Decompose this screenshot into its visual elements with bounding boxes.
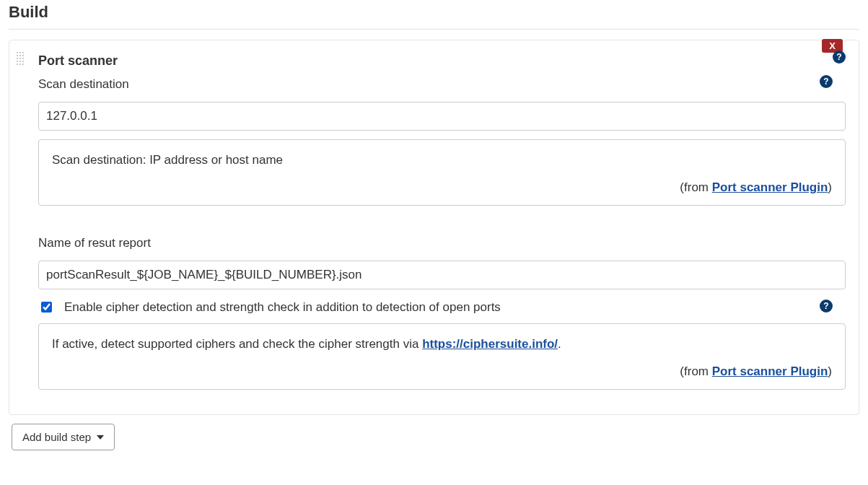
report-name-label: Name of resut report: [38, 236, 846, 250]
plugin-link[interactable]: Port scanner Plugin: [712, 180, 828, 194]
help-icon[interactable]: ?: [833, 51, 846, 64]
scan-destination-help: Scan destination: IP address or host nam…: [38, 139, 846, 206]
report-name-input[interactable]: [38, 261, 846, 289]
plugin-link[interactable]: Port scanner Plugin: [712, 364, 828, 378]
help-icon[interactable]: ?: [820, 75, 833, 88]
chevron-down-icon: [97, 435, 104, 440]
build-section: Build X Port scanner ? ? Scan destinatio…: [0, 0, 868, 459]
drag-handle-icon[interactable]: [15, 51, 25, 66]
scan-destination-label: Scan destination: [38, 77, 846, 92]
help-source: (from Port scanner Plugin): [52, 180, 832, 195]
port-scanner-step: X Port scanner ? ? Scan destination Scan…: [9, 40, 859, 415]
scan-destination-field: ? Scan destination Scan destination: IP …: [22, 77, 846, 206]
cipher-help: If active, detect supported ciphers and …: [38, 323, 846, 390]
report-name-field: Name of resut report: [22, 236, 846, 289]
help-description: If active, detect supported ciphers and …: [52, 337, 832, 351]
add-step-label: Add build step: [22, 431, 91, 443]
section-title: Build: [9, 0, 859, 30]
help-source: (from Port scanner Plugin): [52, 364, 832, 379]
step-title: Port scanner: [38, 53, 118, 69]
cipher-detection-checkbox[interactable]: [41, 302, 52, 313]
ciphersuite-link[interactable]: https://ciphersuite.info/: [422, 337, 558, 351]
help-icon[interactable]: ?: [820, 300, 833, 313]
cipher-detection-label: Enable cipher detection and strength che…: [64, 300, 501, 315]
cipher-detection-field: Enable cipher detection and strength che…: [22, 300, 846, 315]
scan-destination-input[interactable]: [38, 102, 846, 131]
add-build-step-button[interactable]: Add build step: [12, 424, 115, 450]
help-description: Scan destination: IP address or host nam…: [52, 153, 832, 167]
